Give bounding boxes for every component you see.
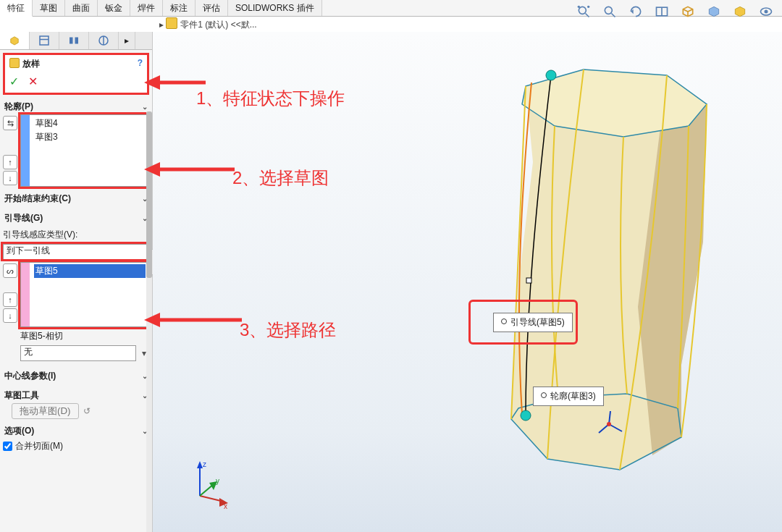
merge-tangent-input[interactable]	[3, 442, 12, 451]
panel-tab-fm-icon[interactable]	[30, 32, 59, 49]
guide-move-down-button[interactable]: ↓	[3, 308, 17, 323]
list-item[interactable]: 草图5	[34, 264, 146, 278]
profile-move-up-button[interactable]: ↑	[3, 155, 17, 169]
view-orient-icon[interactable]	[678, 1, 698, 22]
cancel-button[interactable]: ✕	[28, 75, 38, 88]
hide-show-icon[interactable]	[756, 1, 776, 22]
svg-rect-13	[70, 38, 73, 44]
panel-tab-feature-icon[interactable]	[0, 32, 30, 49]
annotation-highlight-3	[468, 300, 578, 345]
tab-sheetmetal[interactable]: 钣金	[98, 0, 130, 16]
svg-point-10	[765, 10, 768, 14]
list-item[interactable]: 草图3	[34, 130, 146, 144]
centerline-section: 中心线参数(I)⌄	[3, 368, 149, 384]
svg-rect-11	[40, 36, 49, 45]
tab-features[interactable]: 特征	[0, 0, 33, 17]
display-style-icon[interactable]	[704, 1, 724, 22]
graphics-viewport[interactable]: 引导线(草图5) 轮廓(草图3) 1、特征状态下操作 2、选择草图 3、选择路径…	[153, 32, 782, 532]
svg-text:x: x	[224, 502, 227, 510]
annotation-arrow-3	[144, 305, 245, 334]
collapse-icon[interactable]: ⌄	[142, 103, 148, 111]
panel-tab-config-icon[interactable]	[59, 32, 89, 49]
guide-sensitivity-select[interactable]: 到下一引线	[3, 244, 149, 259]
annotation-arrow-1	[144, 68, 209, 97]
tab-annotate[interactable]: 标注	[163, 0, 196, 16]
list-item[interactable]: 草图4	[34, 117, 146, 130]
sketch-tools-title: 草图工具	[4, 389, 39, 402]
heads-up-toolbar	[573, 1, 776, 22]
svg-marker-32	[144, 313, 160, 327]
help-icon[interactable]: ?	[138, 58, 143, 68]
panel-tab-more-icon[interactable]: ▸	[119, 32, 135, 49]
profile-callout[interactable]: 轮廓(草图3)	[533, 387, 604, 406]
sketch-tools-section: 草图工具⌄ 拖动草图(D) ↺	[3, 388, 149, 419]
annotation-3: 3、选择路径	[240, 318, 336, 342]
svg-marker-34	[197, 461, 203, 468]
annotation-1: 1、特征状态下操作	[196, 87, 345, 110]
svg-point-21	[546, 70, 556, 80]
svg-rect-14	[75, 38, 79, 44]
profile-move-down-button[interactable]: ↓	[3, 171, 17, 185]
part-name[interactable]: 零件1 (默认) <<默...	[180, 20, 256, 30]
svg-rect-19	[526, 278, 531, 283]
annotation-arrow-2	[144, 155, 238, 184]
merge-tangent-label: 合并切面(M)	[15, 440, 63, 452]
svg-point-0	[579, 7, 586, 14]
loft-header: 放样 ? ✓ ✕	[3, 53, 149, 95]
svg-text:z: z	[203, 460, 206, 468]
section-view-icon[interactable]	[652, 1, 672, 22]
svg-point-26	[607, 422, 611, 426]
guides-title: 引导线(G)	[4, 212, 43, 224]
tab-evaluate[interactable]: 评估	[196, 0, 228, 16]
zoom-fit-icon[interactable]	[573, 1, 594, 22]
options-title: 选项(O)	[4, 425, 34, 437]
svg-line-1	[586, 14, 589, 17]
panel-tab-row: ▸	[0, 32, 152, 50]
svg-point-22	[521, 410, 531, 421]
profile-callout-label: 轮廓(草图3)	[550, 391, 596, 401]
feature-title: 放样	[9, 58, 143, 70]
tab-sketch[interactable]: 草图	[33, 0, 65, 16]
start-end-title: 开始/结束约束(C)	[4, 193, 71, 205]
part-icon	[166, 17, 177, 29]
svg-marker-30	[144, 162, 160, 177]
svg-text:y: y	[216, 477, 219, 485]
prev-view-icon[interactable]	[626, 1, 646, 22]
svg-point-3	[587, 6, 589, 8]
svg-marker-28	[144, 75, 160, 90]
accept-button[interactable]: ✓	[9, 75, 19, 88]
guides-listbox[interactable]: 草图5	[20, 262, 149, 327]
guide-sensitivity-label: 引导线感应类型(V):	[3, 229, 149, 241]
feature-name-label: 放样	[22, 59, 40, 69]
zoom-area-icon[interactable]	[600, 1, 620, 22]
guide-tangency-label: 草图5-相切	[20, 330, 149, 342]
tab-weldment[interactable]: 焊件	[130, 0, 163, 16]
start-end-section: 开始/结束约束(C)⌄	[3, 191, 149, 206]
svg-point-2	[578, 6, 580, 8]
profiles-listbox[interactable]: 草图4 草图3	[20, 114, 149, 187]
profiles-title: 轮廓(P)	[4, 101, 33, 113]
loft-preview-model	[486, 54, 747, 495]
guide-link-icon[interactable]: ᔕ	[3, 263, 17, 278]
guides-section: 引导线(G)⌄ 引导线感应类型(V): 到下一引线 ᔕ ↑ ↓ 草图5	[3, 211, 149, 364]
property-manager-panel: ▸ 放样 ? ✓ ✕ 轮廓(P)⌄ ⇆ ↑ ↓	[0, 32, 153, 532]
profile-link-icon[interactable]: ⇆	[3, 116, 17, 130]
centerline-title: 中心线参数(I)	[4, 370, 56, 382]
svg-line-5	[612, 14, 615, 17]
tab-surface[interactable]: 曲面	[65, 0, 98, 16]
panel-tab-display-icon[interactable]	[89, 32, 119, 49]
drag-sketch-button[interactable]: 拖动草图(D)	[12, 403, 79, 419]
options-section: 选项(O)⌄ 合并切面(M)	[3, 423, 149, 454]
reset-icon[interactable]: ↺	[83, 406, 91, 416]
view-triad: z x y	[182, 460, 232, 510]
scene-icon[interactable]	[730, 1, 750, 22]
merge-tangent-checkbox[interactable]: 合并切面(M)	[3, 440, 149, 452]
guide-tangency-select[interactable]: 无	[20, 345, 136, 361]
guide-move-up-button[interactable]: ↑	[3, 292, 17, 307]
profiles-section: 轮廓(P)⌄ ⇆ ↑ ↓ 草图4 草图3	[3, 99, 149, 187]
tab-sw-addins[interactable]: SOLIDWORKS 插件	[228, 0, 322, 16]
svg-point-4	[605, 7, 612, 14]
annotation-2: 2、选择草图	[232, 166, 329, 190]
loft-icon	[9, 58, 20, 68]
